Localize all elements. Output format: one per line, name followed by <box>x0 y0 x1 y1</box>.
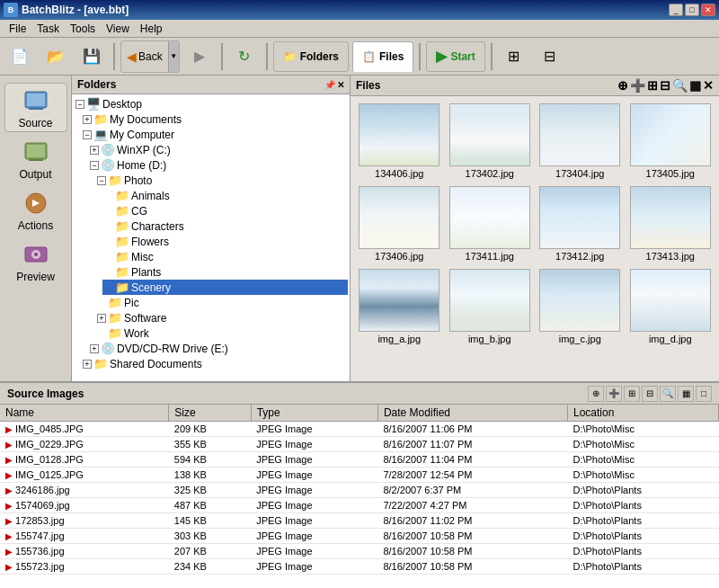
tree-item-misc[interactable]: 📁 Misc <box>102 249 348 264</box>
tree-toggle-dvd[interactable]: + <box>90 344 99 353</box>
files-toolbar-btn1[interactable]: ⊕ <box>617 78 628 93</box>
bottom-btn1[interactable]: ⊕ <box>588 386 604 402</box>
view1-button[interactable]: ⊞ <box>498 40 530 73</box>
tree-item-dvd[interactable]: + 💿 DVD/CD-RW Drive (E:) <box>88 341 348 356</box>
files-view-btn[interactable]: ▦ <box>689 78 701 93</box>
file-thumb-8[interactable]: img_a.jpg <box>356 267 443 346</box>
open-button[interactable]: 📂 <box>40 40 72 73</box>
files-button[interactable]: 📋 Files <box>352 41 413 72</box>
bottom-btn2[interactable]: ➕ <box>606 386 622 402</box>
col-size[interactable]: Size <box>169 405 251 422</box>
tree-item-animals[interactable]: 📁 Animals <box>102 188 348 203</box>
tree-item-cg[interactable]: 📁 CG <box>102 203 348 218</box>
tree-item-shareddocs[interactable]: + 📁 Shared Documents <box>81 356 348 371</box>
new-button[interactable]: 📄 <box>4 40 36 73</box>
file-thumb-10[interactable]: img_c.jpg <box>537 267 624 346</box>
cell-name: ▶ 155723.jpg <box>0 559 169 575</box>
tree-item-pic[interactable]: 📁 Pic <box>95 295 348 310</box>
tree-toggle-desktop[interactable]: − <box>75 100 84 109</box>
tree-item-mydocs[interactable]: + 📁 My Documents <box>81 111 348 127</box>
output-panel-btn[interactable]: Output <box>4 134 67 183</box>
tree-toggle-winxp[interactable]: + <box>90 146 99 155</box>
table-row[interactable]: ▶ IMG_0128.JPG 594 KB JPEG Image 8/16/20… <box>0 452 719 468</box>
file-thumb-0[interactable]: 134406.jpg <box>356 102 443 181</box>
table-row[interactable]: ▶ 1574069.jpg 487 KB JPEG Image 7/22/200… <box>0 498 719 513</box>
menu-file[interactable]: File <box>4 21 31 37</box>
tree-toggle-shareddocs[interactable]: + <box>83 360 92 369</box>
folder-tree[interactable]: − 🖥️ Desktop + 📁 My Documents − 💻 <box>72 94 350 381</box>
file-thumb-7[interactable]: 173413.jpg <box>627 184 715 263</box>
tree-item-photo[interactable]: − 📁 Photo <box>95 173 348 188</box>
tree-item-scenery[interactable]: 📁 Scenery <box>102 280 348 295</box>
tree-toggle-mycomputer[interactable]: − <box>83 130 92 139</box>
source-panel-btn[interactable]: Source <box>4 83 67 132</box>
tree-item-plants[interactable]: 📁 Plants <box>102 264 348 280</box>
file-thumb-6[interactable]: 173412.jpg <box>537 184 624 263</box>
table-row[interactable]: ▶ 172853.jpg 145 KB JPEG Image 8/16/2007… <box>0 513 719 529</box>
tree-item-work[interactable]: 📁 Work <box>95 325 348 341</box>
table-row[interactable]: ▶ IMG_0485.JPG 209 KB JPEG Image 8/16/20… <box>0 422 719 437</box>
tree-toggle-mydocs[interactable]: + <box>83 115 92 124</box>
menu-view[interactable]: View <box>101 21 135 37</box>
preview-panel-btn[interactable]: Preview <box>4 236 67 286</box>
tree-label-desktop: Desktop <box>102 98 142 111</box>
forward-button[interactable]: ▶ <box>183 40 216 73</box>
file-thumb-4[interactable]: 173406.jpg <box>356 184 443 263</box>
folder-pin-btn[interactable]: 📌 <box>324 80 335 90</box>
back-button[interactable]: ◀ Back <box>121 41 168 72</box>
files-toolbar-btn3[interactable]: ⊞ <box>647 78 658 93</box>
file-thumb-2[interactable]: 173404.jpg <box>537 102 624 181</box>
folder-close-btn[interactable]: ✕ <box>337 80 344 90</box>
view2-button[interactable]: ⊟ <box>534 40 566 73</box>
table-row[interactable]: ▶ 155736.jpg 207 KB JPEG Image 8/16/2007… <box>0 544 719 559</box>
bottom-btn5[interactable]: 🔍 <box>660 386 676 402</box>
minimize-button[interactable]: _ <box>669 4 683 16</box>
file-thumb-11[interactable]: img_d.jpg <box>627 267 715 346</box>
menu-task[interactable]: Task <box>31 21 65 37</box>
menu-help[interactable]: Help <box>135 21 168 37</box>
tree-item-software[interactable]: + 📁 Software <box>95 310 348 325</box>
maximize-button[interactable]: □ <box>685 4 699 16</box>
table-row[interactable]: ▶ 155723.jpg 234 KB JPEG Image 8/16/2007… <box>0 559 719 575</box>
table-row[interactable]: ▶ 3246186.jpg 325 KB JPEG Image 8/2/2007… <box>0 483 719 498</box>
file-thumb-5[interactable]: 173411.jpg <box>447 184 534 263</box>
tree-item-homed[interactable]: − 💿 Home (D:) <box>88 157 348 173</box>
tree-toggle-homed[interactable]: − <box>90 161 99 170</box>
table-row[interactable]: ▶ 155747.jpg 303 KB JPEG Image 8/16/2007… <box>0 529 719 544</box>
back-dropdown[interactable]: ▼ <box>168 41 179 72</box>
file-thumb-3[interactable]: 173405.jpg <box>627 102 715 181</box>
bottom-btn3[interactable]: ⊞ <box>624 386 640 402</box>
tree-item-flowers[interactable]: 📁 Flowers <box>102 234 348 249</box>
col-location[interactable]: Location <box>567 405 718 422</box>
bottom-maximize-btn[interactable]: □ <box>696 386 712 402</box>
tree-toggle-software[interactable]: + <box>97 314 106 323</box>
tree-item-desktop[interactable]: − 🖥️ Desktop <box>74 96 348 111</box>
close-button[interactable]: ✕ <box>701 4 715 16</box>
tree-item-mycomputer[interactable]: − 💻 My Computer <box>81 127 348 142</box>
source-images-table[interactable]: Name Size Type Date Modified Location ▶ … <box>0 405 719 588</box>
tree-item-characters[interactable]: 📁 Characters <box>102 218 348 234</box>
start-button[interactable]: ▶ Start <box>426 41 484 72</box>
menu-tools[interactable]: Tools <box>65 21 101 37</box>
save-icon: 💾 <box>83 49 101 64</box>
refresh-button[interactable]: ↻ <box>228 40 261 73</box>
tree-toggle-photo[interactable]: − <box>97 176 106 185</box>
files-close-btn[interactable]: ✕ <box>703 78 714 93</box>
col-date[interactable]: Date Modified <box>377 405 567 422</box>
bottom-view-btn[interactable]: ▦ <box>678 386 694 402</box>
col-type[interactable]: Type <box>251 405 377 422</box>
files-toolbar-btn2[interactable]: ➕ <box>630 78 645 93</box>
file-thumb-9[interactable]: img_b.jpg <box>447 267 534 346</box>
files-toolbar-btn5[interactable]: 🔍 <box>672 78 688 93</box>
table-row[interactable]: ▶ IMG_0229.JPG 355 KB JPEG Image 8/16/20… <box>0 437 719 452</box>
col-name[interactable]: Name <box>0 405 169 422</box>
folders-button[interactable]: 📁 Folders <box>273 41 349 72</box>
file-thumb-1[interactable]: 173402.jpg <box>447 102 534 181</box>
tree-item-winxp[interactable]: + 💿 WinXP (C:) <box>88 142 348 157</box>
bottom-btn4[interactable]: ⊟ <box>642 386 658 402</box>
back-label: Back <box>138 50 163 63</box>
table-row[interactable]: ▶ IMG_0125.JPG 138 KB JPEG Image 7/28/20… <box>0 468 719 483</box>
save-button[interactable]: 💾 <box>75 40 108 73</box>
files-toolbar-btn4[interactable]: ⊟ <box>660 78 670 93</box>
actions-panel-btn[interactable]: Actions <box>4 185 67 235</box>
